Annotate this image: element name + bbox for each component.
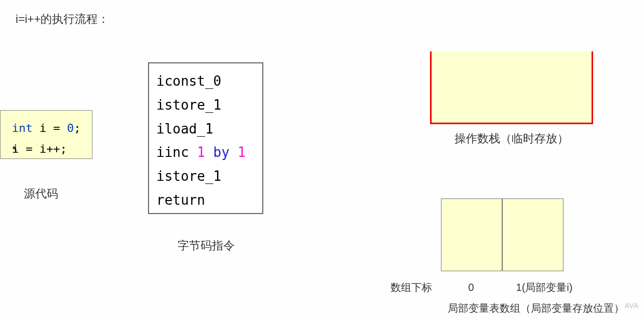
bytecode-box: iconst_0 istore_1 iload_1 iinc 1 by 1 is… [148, 62, 263, 214]
bytecode-line: iinc 1 by 1 [156, 141, 255, 165]
local-var-table-label: 局部变量表数组（局部变量存放位置） [448, 301, 624, 315]
source-code-box: int i = 0; ↖ i = i++; [0, 110, 92, 159]
op-iinc: iinc [156, 144, 197, 160]
keyword-int: int [12, 122, 33, 135]
bytecode-line: istore_1 [156, 94, 255, 117]
bytecode-label: 字节码指令 [178, 238, 235, 254]
iinc-arg1: 1 [197, 144, 205, 160]
lvt-cell-1 [502, 198, 564, 271]
source-line-1: int i = 0; [12, 118, 87, 139]
operand-stack-label: 操作数栈（临时存放） [454, 131, 569, 147]
bytecode-line: iconst_0 [156, 70, 255, 94]
bytecode-line: return [156, 189, 255, 212]
watermark-text: AVA [625, 301, 639, 310]
bytecode-line: iload_1 [156, 117, 255, 141]
lvt-index-row: 数组下标 0 1(局部变量i) [391, 281, 587, 295]
iinc-by: by [205, 144, 238, 160]
src-text: i = [33, 122, 67, 135]
source-line-2: i = i++; [12, 139, 87, 160]
literal-zero: 0 [67, 122, 74, 135]
operand-stack-box [430, 51, 593, 124]
iinc-arg2: 1 [238, 144, 246, 160]
local-var-table [441, 198, 564, 271]
lvt-index-0: 0 [440, 282, 502, 294]
source-label: 源代码 [24, 186, 58, 202]
lvt-index-label: 数组下标 [391, 281, 440, 295]
diagram-title: i=i++的执行流程： [16, 11, 109, 27]
bytecode-line: istore_1 [156, 165, 255, 189]
src-semicolon: ; [74, 122, 81, 135]
lvt-cell-0 [441, 198, 502, 271]
lvt-index-1: 1(局部变量i) [502, 281, 587, 295]
cursor-icon: ↖ [12, 140, 18, 156]
